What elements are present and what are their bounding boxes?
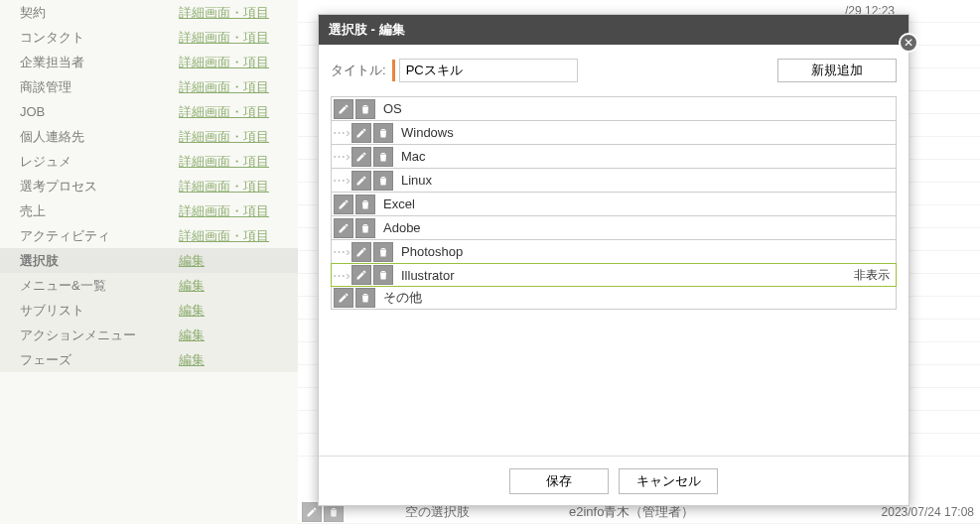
tree-label: Adobe [383,220,421,235]
tree-row[interactable]: ⋯›Photoshop [332,240,896,264]
option-tree: OS⋯›Windows⋯›Mac⋯›LinuxExcelAdobe⋯›Photo… [331,96,897,310]
branch-icon: ⋯› [332,169,351,192]
trash-icon[interactable] [355,195,375,214]
tree-label: Photoshop [401,244,463,259]
trash-icon[interactable] [373,147,393,167]
pencil-icon[interactable] [351,242,371,262]
pencil-icon[interactable] [334,99,353,119]
tree-label: Illustrator [401,268,454,283]
trash-icon[interactable] [373,171,393,191]
tree-row[interactable]: ⋯›Linux [332,169,896,193]
modal-body: タイトル: 新規追加 OS⋯›Windows⋯›Mac⋯›LinuxExcelA… [319,45,909,456]
branch-icon: ⋯› [332,264,351,286]
tree-row[interactable]: ⋯›Illustrator非表示 [331,263,897,287]
modal: 選択肢 - 編集 ✕ タイトル: 新規追加 OS⋯›Windows⋯›Mac⋯›… [318,14,910,506]
tree-row[interactable]: Adobe [332,216,896,240]
tree-row[interactable]: その他 [332,286,896,310]
tree-label: OS [383,101,402,116]
row-suffix: 非表示 [854,267,890,284]
pencil-icon[interactable] [351,171,371,191]
branch-icon: ⋯› [332,121,351,144]
tree-label: Excel [383,196,415,211]
trash-icon[interactable] [355,218,375,238]
title-input[interactable] [399,59,578,82]
tree-label: Linux [401,173,432,188]
save-button[interactable]: 保存 [509,468,609,494]
tree-label: Mac [401,149,426,164]
branch-icon: ⋯› [332,240,351,263]
trash-icon[interactable] [373,242,393,262]
tree-row[interactable]: OS [332,97,896,121]
trash-icon[interactable] [373,123,393,143]
pencil-icon[interactable] [334,195,353,214]
modal-footer: 保存 キャンセル [319,456,909,505]
required-indicator [392,60,395,81]
pencil-icon[interactable] [351,147,371,167]
trash-icon[interactable] [373,265,393,285]
pencil-icon[interactable] [334,218,353,238]
trash-icon[interactable] [355,288,375,308]
modal-title: 選択肢 - 編集 [329,21,405,39]
tree-row[interactable]: Excel [332,193,896,216]
add-button[interactable]: 新規追加 [777,59,897,82]
pencil-icon[interactable] [351,265,371,285]
tree-row[interactable]: ⋯›Mac [332,145,896,169]
branch-icon: ⋯› [332,145,351,168]
tree-row[interactable]: ⋯›Windows [332,121,896,145]
title-label: タイトル: [331,62,386,79]
cancel-button[interactable]: キャンセル [619,468,718,494]
pencil-icon[interactable] [334,288,353,308]
trash-icon[interactable] [355,99,375,119]
tree-label: その他 [383,289,422,307]
tree-label: Windows [401,125,454,140]
close-icon[interactable]: ✕ [899,33,918,53]
pencil-icon[interactable] [351,123,371,143]
modal-header: 選択肢 - 編集 [319,15,909,45]
